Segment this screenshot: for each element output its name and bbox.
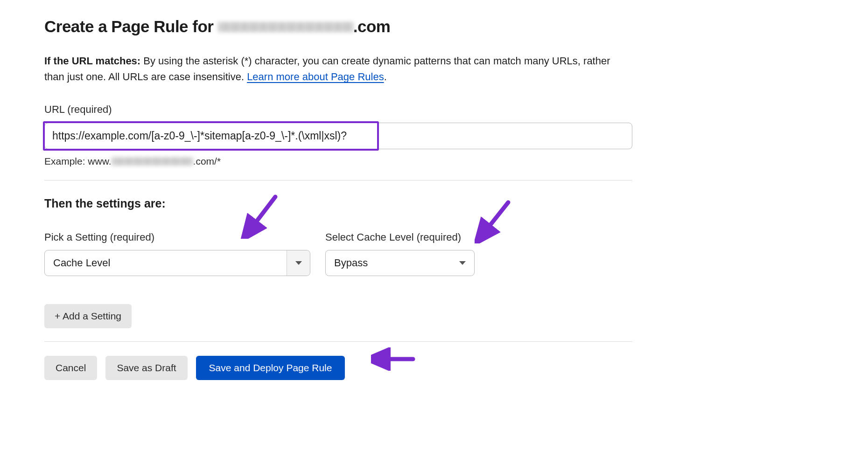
save-deploy-button[interactable]: Save and Deploy Page Rule	[196, 356, 345, 380]
chevron-down-icon	[451, 250, 474, 276]
cache-level-select[interactable]: Bypass	[325, 250, 475, 276]
intro-bold: If the URL matches:	[44, 55, 140, 67]
save-draft-button[interactable]: Save as Draft	[105, 356, 187, 380]
intro-text: If the URL matches: By using the asteris…	[44, 53, 632, 85]
cache-level-value: Bypass	[326, 255, 451, 271]
divider	[44, 180, 632, 180]
pick-setting-label: Pick a Setting (required)	[44, 229, 310, 245]
obscured-example-domain	[112, 157, 193, 166]
url-label: URL (required)	[44, 102, 632, 118]
title-prefix: Create a Page Rule for	[44, 17, 218, 35]
divider	[44, 341, 632, 342]
cancel-button[interactable]: Cancel	[44, 356, 97, 380]
example-prefix: Example: www.	[44, 156, 112, 166]
intro-period: .	[384, 71, 387, 83]
page-title: Create a Page Rule for .com	[44, 14, 632, 39]
url-example: Example: www..com/*	[44, 154, 632, 169]
pick-setting-value: Cache Level	[45, 255, 287, 271]
add-setting-button[interactable]: + Add a Setting	[44, 304, 132, 328]
settings-heading: Then the settings are:	[44, 194, 632, 213]
arrow-annotation-icon	[371, 347, 418, 375]
chevron-down-icon	[287, 250, 310, 276]
domain-suffix: .com	[353, 17, 391, 35]
cache-level-label: Select Cache Level (required)	[325, 229, 475, 245]
example-suffix: .com/*	[193, 156, 221, 166]
pick-setting-select[interactable]: Cache Level	[44, 250, 310, 276]
obscured-domain	[218, 22, 353, 32]
learn-more-link[interactable]: Learn more about Page Rules	[247, 71, 384, 83]
url-input[interactable]	[44, 123, 632, 149]
